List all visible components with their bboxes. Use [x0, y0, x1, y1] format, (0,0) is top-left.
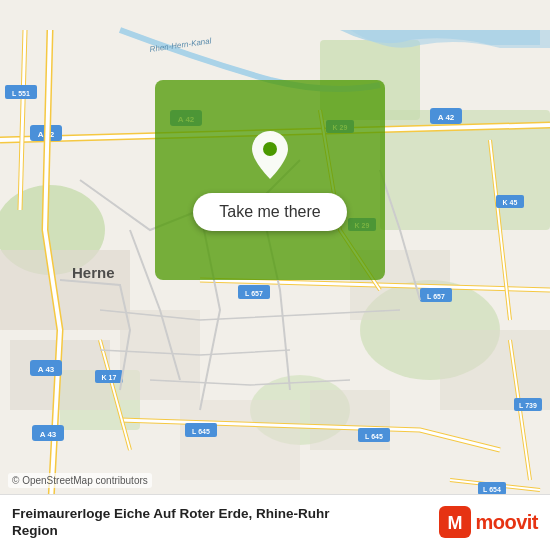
svg-text:K 17: K 17: [102, 374, 117, 381]
svg-text:K 45: K 45: [503, 199, 518, 206]
place-info: Freimaurerloge Eiche Auf Roter Erde, Rhi…: [12, 505, 439, 540]
svg-rect-7: [0, 250, 130, 330]
bottom-bar: Freimaurerloge Eiche Auf Roter Erde, Rhi…: [0, 494, 550, 550]
svg-text:L 551: L 551: [12, 90, 30, 97]
svg-text:L 654: L 654: [483, 486, 501, 493]
svg-point-48: [263, 142, 277, 156]
location-pin-icon: [248, 129, 292, 181]
place-name-text: Freimaurerloge Eiche Auf Roter Erde, Rhi…: [12, 506, 330, 521]
svg-text:L 645: L 645: [365, 433, 383, 440]
map-container: A 42 A 42 A 42 A 43 A 43 L 551 Rhen-Hern…: [0, 0, 550, 550]
moovit-logo: M moovit: [439, 506, 538, 538]
moovit-icon: M: [439, 506, 471, 538]
svg-text:M: M: [448, 513, 463, 533]
svg-text:A 43: A 43: [38, 365, 55, 374]
svg-rect-12: [180, 400, 300, 480]
svg-text:L 657: L 657: [245, 290, 263, 297]
location-overlay: Take me there: [155, 80, 385, 280]
svg-text:Herne: Herne: [72, 264, 115, 281]
svg-text:A 42: A 42: [438, 113, 455, 122]
place-region-text: Region: [12, 523, 58, 538]
take-me-there-button[interactable]: Take me there: [193, 193, 346, 231]
moovit-brand-text: moovit: [475, 511, 538, 534]
svg-text:L 645: L 645: [192, 428, 210, 435]
place-name: Freimaurerloge Eiche Auf Roter Erde, Rhi…: [12, 505, 439, 540]
svg-text:L 739: L 739: [519, 402, 537, 409]
svg-text:L 657: L 657: [427, 293, 445, 300]
svg-text:A 43: A 43: [40, 430, 57, 439]
copyright-text: © OpenStreetMap contributors: [8, 473, 152, 488]
